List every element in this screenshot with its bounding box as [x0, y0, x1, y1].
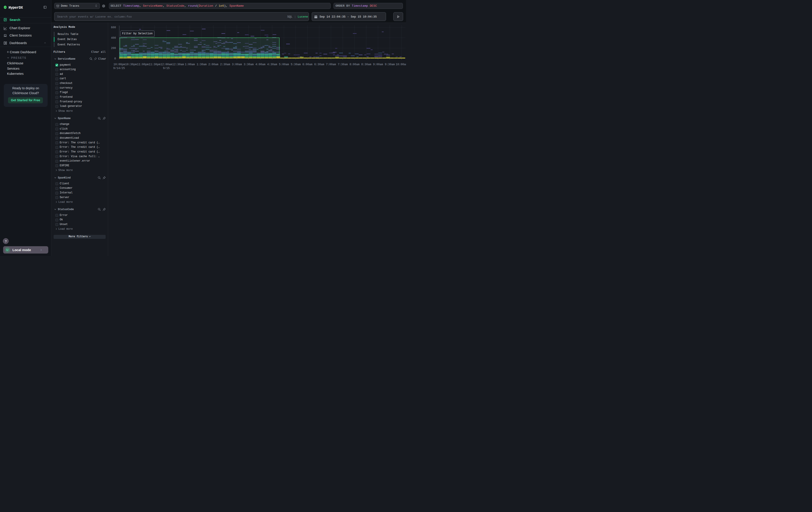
svg-text:10:00pm: 10:00pm: [113, 63, 125, 66]
svg-text:7:00am: 7:00am: [326, 63, 336, 66]
svg-text:6:30am: 6:30am: [314, 63, 324, 66]
svg-text:10:30pm: 10:30pm: [125, 63, 137, 66]
svg-text:9/15: 9/15: [163, 67, 170, 70]
svg-text:8:00am: 8:00am: [349, 63, 359, 66]
svg-text:3:00am: 3:00am: [232, 63, 242, 66]
svg-text:9:30am: 9:30am: [385, 63, 395, 66]
svg-text:400: 400: [111, 36, 116, 39]
svg-text:1:00am: 1:00am: [185, 63, 195, 66]
svg-text:12:00am: 12:00am: [160, 63, 172, 66]
svg-text:11:00pm: 11:00pm: [137, 63, 149, 66]
svg-text:1:30am: 1:30am: [197, 63, 207, 66]
svg-text:6:00am: 6:00am: [302, 63, 312, 66]
svg-text:5:30am: 5:30am: [291, 63, 300, 66]
svg-text:10:00am: 10:00am: [396, 63, 406, 66]
svg-text:0: 0: [114, 57, 116, 60]
svg-text:2:30am: 2:30am: [220, 63, 230, 66]
svg-text:9/14/25: 9/14/25: [113, 67, 125, 70]
svg-text:2:00am: 2:00am: [208, 63, 218, 66]
svg-text:3:30am: 3:30am: [243, 63, 254, 66]
svg-text:12:30am: 12:30am: [172, 63, 184, 66]
svg-text:5:00am: 5:00am: [279, 63, 289, 66]
svg-text:7:30am: 7:30am: [338, 63, 348, 66]
svg-text:11:30pm: 11:30pm: [148, 63, 160, 66]
svg-text:9:00am: 9:00am: [373, 63, 383, 66]
svg-text:4:30am: 4:30am: [267, 63, 277, 66]
svg-text:4:00am: 4:00am: [255, 63, 265, 66]
svg-text:200: 200: [111, 47, 116, 50]
svg-text:8:30am: 8:30am: [361, 63, 371, 66]
svg-text:600: 600: [111, 26, 116, 29]
